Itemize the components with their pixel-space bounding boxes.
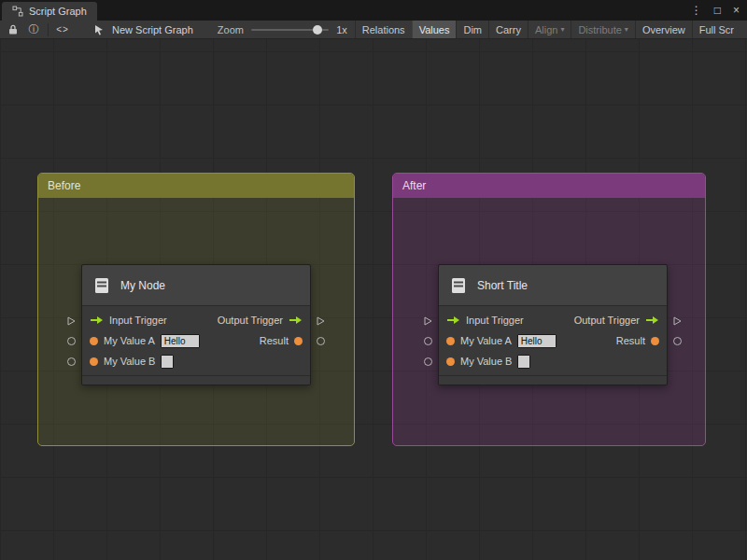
- external-flow-input-handle[interactable]: [424, 316, 432, 326]
- node-footer: [82, 375, 310, 385]
- value-b-label: My Value B: [104, 356, 155, 367]
- input-trigger-label: Input Trigger: [466, 315, 524, 326]
- port-row: Input Trigger Output Trigger: [439, 310, 667, 330]
- node-footer: [439, 375, 667, 385]
- lock-icon[interactable]: [7, 24, 20, 35]
- window-controls: ⋮ □ ×: [691, 0, 740, 21]
- node-ports: Input Trigger Output Trigger My Value A …: [82, 306, 310, 375]
- node-short-title[interactable]: Short Title Input Trigger Output Trigger…: [438, 264, 668, 385]
- node-header[interactable]: Short Title: [439, 265, 667, 306]
- value-a-label: My Value A: [104, 335, 155, 346]
- toolbar-buttons: Relations Values Dim Carry Align ▾ Distr…: [355, 21, 740, 39]
- graph-name-label[interactable]: New Script Graph: [112, 24, 193, 35]
- close-icon[interactable]: ×: [733, 5, 740, 16]
- value-b-field[interactable]: [161, 355, 174, 369]
- zoom-label: Zoom: [218, 24, 244, 35]
- value-a-label: My Value A: [460, 335, 512, 346]
- align-label: Align: [535, 24, 557, 35]
- node-title: My Node: [120, 279, 165, 292]
- port-row: My Value A Result: [439, 330, 667, 351]
- tab-title: Script Graph: [29, 6, 87, 17]
- fullscreen-button[interactable]: Full Scr: [692, 21, 740, 39]
- result-label: Result: [616, 335, 645, 346]
- port-row: My Value B: [439, 351, 667, 371]
- chevron-down-icon: ▾: [625, 26, 628, 34]
- group-before-header[interactable]: Before: [38, 174, 354, 198]
- distribute-dropdown[interactable]: Distribute ▾: [571, 21, 634, 39]
- output-trigger-label: Output Trigger: [218, 315, 283, 326]
- value-a-port[interactable]: [446, 337, 455, 345]
- toolbar-separator: [48, 23, 49, 36]
- kebab-menu-icon[interactable]: ⋮: [691, 5, 702, 16]
- result-port[interactable]: [651, 337, 659, 345]
- zoom-slider[interactable]: [251, 23, 329, 36]
- input-trigger-port[interactable]: [90, 315, 104, 325]
- external-result-handle[interactable]: [317, 337, 325, 345]
- graph-pointer-icon: [93, 24, 105, 35]
- zoom-slider-knob[interactable]: [313, 25, 322, 35]
- unit-icon: [448, 275, 469, 296]
- value-b-field[interactable]: [517, 355, 530, 369]
- relations-button[interactable]: Relations: [355, 21, 412, 39]
- graph-toolbar: ⓘ <> New Script Graph Zoom 1x Relations …: [0, 21, 747, 39]
- port-row: My Value A Result: [82, 330, 310, 351]
- dim-button[interactable]: Dim: [456, 21, 488, 39]
- external-result-handle[interactable]: [673, 337, 682, 345]
- external-flow-output-handle[interactable]: [317, 316, 325, 326]
- group-after-header[interactable]: After: [393, 174, 705, 198]
- distribute-label: Distribute: [578, 24, 621, 35]
- output-trigger-port[interactable]: [289, 315, 303, 325]
- tab-bar: Script Graph ⋮ □ ×: [0, 0, 747, 21]
- value-a-port[interactable]: [90, 337, 98, 345]
- values-button[interactable]: Values: [412, 21, 457, 39]
- code-icon[interactable]: <>: [56, 25, 69, 35]
- align-dropdown[interactable]: Align ▾: [528, 21, 571, 39]
- external-value-a-handle[interactable]: [424, 337, 432, 345]
- node-ports: Input Trigger Output Trigger My Value A …: [439, 306, 667, 375]
- value-b-port[interactable]: [90, 357, 98, 366]
- info-icon[interactable]: ⓘ: [27, 24, 40, 35]
- value-a-field[interactable]: [517, 334, 557, 348]
- maximize-icon[interactable]: □: [714, 5, 721, 16]
- value-a-field[interactable]: [161, 334, 200, 348]
- chevron-down-icon: ▾: [560, 26, 564, 34]
- input-trigger-port[interactable]: [446, 315, 460, 325]
- script-graph-icon: [12, 6, 23, 17]
- unit-icon: [92, 275, 112, 296]
- external-value-b-handle[interactable]: [424, 357, 432, 366]
- output-trigger-label: Output Trigger: [574, 315, 640, 326]
- output-trigger-port[interactable]: [645, 315, 659, 325]
- carry-button[interactable]: Carry: [488, 21, 528, 39]
- overview-button[interactable]: Overview: [635, 21, 692, 39]
- port-row: My Value B: [82, 351, 310, 371]
- external-value-b-handle[interactable]: [67, 357, 76, 366]
- zoom-value[interactable]: 1x: [336, 24, 347, 35]
- group-before-label: Before: [48, 179, 80, 192]
- graph-canvas[interactable]: Before After My Node Input Trigger Ou: [0, 39, 747, 560]
- value-b-port[interactable]: [446, 357, 455, 366]
- value-b-label: My Value B: [460, 356, 512, 367]
- node-title: Short Title: [477, 279, 528, 292]
- external-flow-input-handle[interactable]: [67, 316, 76, 326]
- node-my-node[interactable]: My Node Input Trigger Output Trigger My …: [81, 264, 311, 385]
- node-header[interactable]: My Node: [82, 265, 310, 306]
- external-flow-output-handle[interactable]: [673, 316, 682, 326]
- external-value-a-handle[interactable]: [67, 337, 76, 345]
- group-after-label: After: [402, 179, 426, 192]
- input-trigger-label: Input Trigger: [109, 315, 167, 326]
- result-port[interactable]: [294, 337, 303, 345]
- result-label: Result: [260, 335, 289, 346]
- port-row: Input Trigger Output Trigger: [82, 310, 310, 330]
- tab-script-graph[interactable]: Script Graph: [2, 2, 97, 21]
